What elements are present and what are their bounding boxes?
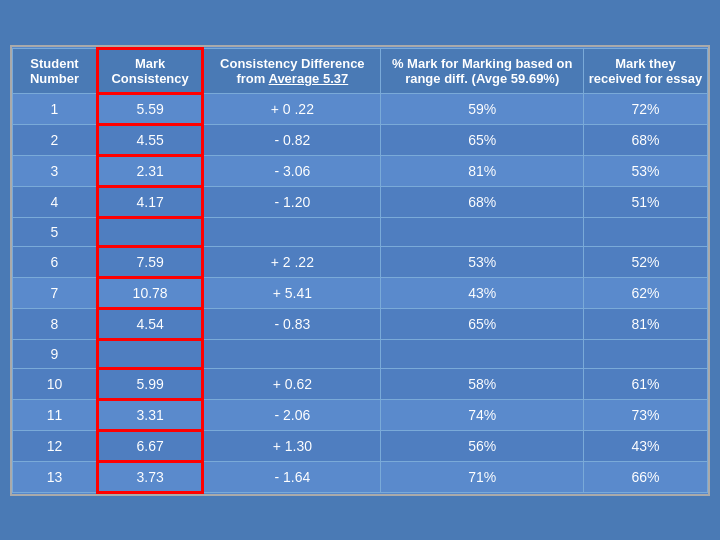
cell-student-number: 10	[13, 368, 98, 399]
cell-pct-mark: 68%	[381, 186, 584, 217]
cell-mark-consistency: 3.31	[98, 399, 203, 430]
cell-pct-mark: 74%	[381, 399, 584, 430]
cell-student-number: 4	[13, 186, 98, 217]
header-mark-essay: Mark they received for essay	[583, 48, 707, 93]
header-consistency-diff: Consistency Difference from Average 5.37	[203, 48, 381, 93]
cell-pct-mark: 65%	[381, 308, 584, 339]
cell-student-number: 6	[13, 246, 98, 277]
cell-student-number: 8	[13, 308, 98, 339]
cell-mark-essay	[583, 217, 707, 246]
cell-consistency-diff	[203, 339, 381, 368]
cell-consistency-diff: + 0 .22	[203, 93, 381, 124]
cell-student-number: 11	[13, 399, 98, 430]
cell-mark-consistency: 2.31	[98, 155, 203, 186]
cell-pct-mark: 59%	[381, 93, 584, 124]
cell-mark-consistency: 7.59	[98, 246, 203, 277]
cell-consistency-diff: - 1.20	[203, 186, 381, 217]
cell-mark-consistency: 4.54	[98, 308, 203, 339]
cell-mark-consistency: 4.55	[98, 124, 203, 155]
cell-consistency-diff: - 3.06	[203, 155, 381, 186]
header-student-number: Student Number	[13, 48, 98, 93]
cell-mark-consistency	[98, 339, 203, 368]
cell-consistency-diff: - 2.06	[203, 399, 381, 430]
cell-consistency-diff: - 0.82	[203, 124, 381, 155]
cell-mark-consistency	[98, 217, 203, 246]
cell-student-number: 1	[13, 93, 98, 124]
cell-mark-essay: 51%	[583, 186, 707, 217]
cell-mark-consistency: 3.73	[98, 461, 203, 492]
cell-consistency-diff: - 0.83	[203, 308, 381, 339]
cell-pct-mark: 56%	[381, 430, 584, 461]
cell-mark-essay	[583, 339, 707, 368]
cell-student-number: 3	[13, 155, 98, 186]
cell-consistency-diff: + 2 .22	[203, 246, 381, 277]
cell-pct-mark	[381, 217, 584, 246]
cell-mark-consistency: 5.99	[98, 368, 203, 399]
cell-consistency-diff: + 0.62	[203, 368, 381, 399]
cell-consistency-diff: - 1.64	[203, 461, 381, 492]
cell-consistency-diff	[203, 217, 381, 246]
cell-mark-essay: 68%	[583, 124, 707, 155]
cell-pct-mark: 43%	[381, 277, 584, 308]
cell-student-number: 12	[13, 430, 98, 461]
cell-mark-essay: 52%	[583, 246, 707, 277]
cell-mark-essay: 62%	[583, 277, 707, 308]
cell-mark-essay: 53%	[583, 155, 707, 186]
cell-student-number: 7	[13, 277, 98, 308]
cell-student-number: 2	[13, 124, 98, 155]
cell-mark-consistency: 10.78	[98, 277, 203, 308]
cell-mark-consistency: 6.67	[98, 430, 203, 461]
cell-pct-mark: 53%	[381, 246, 584, 277]
cell-consistency-diff: + 5.41	[203, 277, 381, 308]
cell-mark-essay: 81%	[583, 308, 707, 339]
cell-mark-consistency: 4.17	[98, 186, 203, 217]
cell-mark-essay: 72%	[583, 93, 707, 124]
cell-mark-consistency: 5.59	[98, 93, 203, 124]
cell-mark-essay: 43%	[583, 430, 707, 461]
cell-pct-mark: 81%	[381, 155, 584, 186]
cell-pct-mark	[381, 339, 584, 368]
cell-student-number: 9	[13, 339, 98, 368]
cell-mark-essay: 66%	[583, 461, 707, 492]
data-table: Student Number Mark Consistency Consiste…	[10, 45, 710, 496]
cell-consistency-diff: + 1.30	[203, 430, 381, 461]
cell-student-number: 5	[13, 217, 98, 246]
header-pct-mark: % Mark for Marking based on range diff. …	[381, 48, 584, 93]
cell-student-number: 13	[13, 461, 98, 492]
cell-mark-essay: 61%	[583, 368, 707, 399]
header-mark-consistency: Mark Consistency	[98, 48, 203, 93]
cell-pct-mark: 71%	[381, 461, 584, 492]
cell-pct-mark: 58%	[381, 368, 584, 399]
cell-pct-mark: 65%	[381, 124, 584, 155]
cell-mark-essay: 73%	[583, 399, 707, 430]
